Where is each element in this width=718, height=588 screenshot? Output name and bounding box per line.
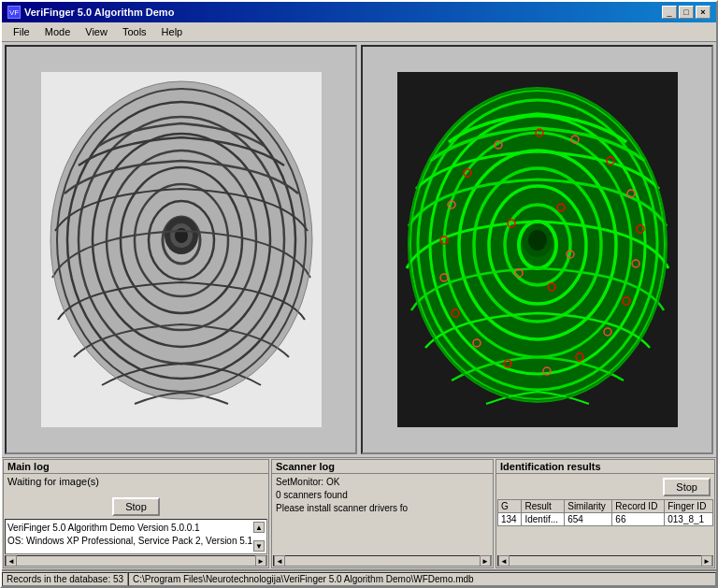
version-line1: VeriFinger 5.0 Algorithm Demo Version 5.… [7, 522, 253, 535]
close-button[interactable]: × [696, 6, 711, 19]
scanner-log-panel: Scanner log SetMonitor: OK 0 scanners fo… [271, 459, 494, 568]
cell-g: 134 [498, 513, 522, 526]
id-results-title: Identification results [496, 460, 714, 474]
scanner-log-line-2: 0 scanners found [276, 489, 489, 502]
menu-tools[interactable]: Tools [115, 24, 154, 39]
main-log-stop-button[interactable]: Stop [112, 497, 160, 516]
scroll-right-main[interactable]: ► [255, 555, 266, 566]
col-record-id: Record ID [612, 500, 665, 513]
cell-record-id: 66 [612, 513, 665, 526]
title-bar: VF VeriFinger 5.0 Algorithm Demo _ □ × [2, 2, 716, 22]
main-log-panel: Main log Waiting for image(s) Stop VeriF… [3, 459, 269, 568]
minimize-button[interactable]: _ [662, 6, 677, 19]
table-row[interactable]: 134 Identif... 654 66 013_8_1 [498, 513, 713, 526]
scanner-log-line-4: Please install scanner drivers fo [276, 502, 489, 515]
maximize-button[interactable]: □ [679, 6, 694, 19]
cell-result: Identif... [522, 513, 565, 526]
menu-bar: File Mode View Tools Help [2, 22, 716, 42]
scroll-right-scanner[interactable]: ► [480, 555, 491, 566]
window-title: VeriFinger 5.0 Algorithm Demo [24, 7, 174, 18]
scanner-log-title: Scanner log [272, 460, 493, 474]
scroll-left-results[interactable]: ◄ [498, 555, 510, 566]
scroll-down-main[interactable]: ▼ [253, 540, 265, 552]
menu-mode[interactable]: Mode [37, 24, 79, 39]
left-fingerprint-panel [5, 45, 357, 454]
main-content: Main log Waiting for image(s) Stop VeriF… [2, 42, 716, 586]
bottom-panels: Main log Waiting for image(s) Stop VeriF… [2, 457, 716, 569]
menu-view[interactable]: View [78, 24, 115, 39]
col-result: Result [522, 500, 565, 513]
scroll-left-scanner[interactable]: ◄ [274, 555, 285, 566]
app-icon: VF [7, 6, 21, 19]
scroll-left-main[interactable]: ◄ [6, 555, 17, 566]
scanner-log-line-0: SetMonitor: OK [276, 476, 489, 489]
right-fingerprint-panel [361, 45, 713, 454]
right-fingerprint-image [388, 72, 687, 427]
results-table: G Result Similarity Record ID Finger ID … [497, 499, 713, 526]
scroll-up-main[interactable]: ▲ [253, 522, 265, 533]
version-line2: OS: Windows XP Professional, Service Pac… [7, 535, 253, 548]
waiting-text: Waiting for image(s) [7, 476, 265, 487]
cell-similarity: 654 [565, 513, 612, 526]
scroll-right-results[interactable]: ► [701, 555, 712, 566]
id-results-panel: Identification results Stop G Result Sim… [495, 459, 715, 568]
path-status: C:\Program Files\Neurotechnologija\VeriF… [128, 572, 716, 586]
col-similarity: Similarity [565, 500, 612, 513]
col-g: G [498, 500, 522, 513]
main-window: VF VeriFinger 5.0 Algorithm Demo _ □ × F… [0, 0, 718, 588]
id-results-stop-button[interactable]: Stop [663, 478, 711, 496]
menu-help[interactable]: Help [154, 24, 191, 39]
left-fingerprint-image [32, 72, 331, 427]
main-log-title: Main log [4, 460, 268, 474]
svg-point-27 [528, 230, 547, 251]
col-finger-id: Finger ID [665, 500, 713, 513]
records-status: Records in the database: 53 [2, 572, 128, 586]
cell-finger-id: 013_8_1 [665, 513, 713, 526]
status-bar: Records in the database: 53 C:\Program F… [2, 569, 716, 586]
menu-file[interactable]: File [6, 24, 37, 39]
